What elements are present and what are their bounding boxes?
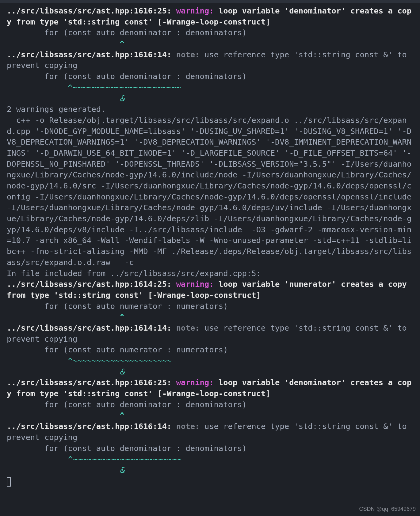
terminal-segment: &: [7, 367, 124, 376]
terminal-segment: ^: [7, 411, 124, 420]
terminal-segment: ../src/libsass/src/ast.hpp:1616:25:: [7, 6, 176, 15]
terminal-line: 2 warnings generated.: [7, 104, 414, 115]
terminal-segment: 2 warnings generated.: [7, 104, 105, 114]
terminal-line: ../src/libsass/src/ast.hpp:1614:14: note…: [7, 323, 414, 344]
terminal-line: for (const auto numerator : numerators): [7, 344, 414, 355]
terminal-line: ^: [7, 312, 414, 323]
terminal-segment: &: [7, 465, 124, 475]
terminal-segment: In file included from ../src/libsass/src…: [7, 269, 261, 278]
terminal-line: ../src/libsass/src/ast.hpp:1616:14: note…: [7, 421, 414, 443]
terminal-line: for (const auto numerator : numerators): [7, 301, 414, 312]
terminal-line: ../src/libsass/src/ast.hpp:1616:25: warn…: [7, 6, 414, 27]
terminal-segment: ../src/libsass/src/ast.hpp:1614:14:: [7, 323, 176, 332]
terminal-segment: for (const auto denominator : denominato…: [7, 72, 247, 81]
terminal-segment: for (const auto numerator : numerators): [7, 302, 228, 311]
terminal-segment: ^: [7, 312, 124, 321]
watermark-text: CSDN @qq_65949679: [359, 505, 416, 513]
terminal-segment: ^~~~~~~~~~~~~~~~~~~~~~~~: [7, 83, 181, 92]
terminal-line: ^~~~~~~~~~~~~~~~~~~~~~: [7, 355, 414, 366]
terminal-segment: for (const auto numerator : numerators): [7, 345, 228, 354]
terminal-segment: for (const auto denominator : denominato…: [7, 444, 247, 453]
terminal-segment: ^: [7, 39, 124, 48]
terminal-segment: note:: [176, 422, 204, 431]
terminal-output[interactable]: ../src/libsass/src/ast.hpp:1616:25: warn…: [0, 0, 420, 516]
terminal-line: ../src/libsass/src/ast.hpp:1614:25: warn…: [7, 279, 414, 301]
terminal-line: for (const auto denominator : denominato…: [7, 71, 414, 82]
terminal-segment: warning:: [176, 6, 219, 15]
terminal-segment: ../src/libsass/src/ast.hpp:1616:14:: [7, 50, 176, 59]
terminal-line: ^~~~~~~~~~~~~~~~~~~~~~~~: [7, 82, 414, 93]
terminal-segment: ^~~~~~~~~~~~~~~~~~~~~~: [7, 356, 171, 365]
terminal-cursor: [7, 477, 11, 487]
terminal-line: &: [7, 465, 414, 476]
terminal-line: for (const auto denominator : denominato…: [7, 399, 414, 410]
terminal-line: c++ -o Release/obj.target/libsass/src/li…: [7, 115, 414, 268]
terminal-segment: note:: [176, 50, 204, 59]
terminal-segment: for (const auto denominator : denominato…: [7, 400, 247, 409]
terminal-line: for (const auto denominator : denominato…: [7, 27, 414, 38]
terminal-segment: ../src/libsass/src/ast.hpp:1614:25:: [7, 279, 176, 289]
terminal-line: for (const auto denominator : denominato…: [7, 443, 414, 454]
terminal-segment: warning:: [176, 378, 219, 387]
terminal-segment: ../src/libsass/src/ast.hpp:1616:14:: [7, 422, 176, 431]
terminal-segment: ^~~~~~~~~~~~~~~~~~~~~~~~: [7, 454, 181, 464]
terminal-line: In file included from ../src/libsass/src…: [7, 268, 414, 279]
terminal-line: ^: [7, 38, 414, 49]
terminal-line: ../src/libsass/src/ast.hpp:1616:25: warn…: [7, 377, 414, 399]
terminal-segment: warning:: [176, 279, 219, 289]
terminal-segment: note:: [176, 323, 204, 332]
terminal-line: &: [7, 93, 414, 104]
terminal-line: ^: [7, 410, 414, 421]
terminal-segment: &: [7, 94, 124, 103]
terminal-line: ^~~~~~~~~~~~~~~~~~~~~~~~: [7, 454, 414, 465]
terminal-line: &: [7, 366, 414, 378]
terminal-segment: for (const auto denominator : denominato…: [7, 28, 247, 37]
terminal-segment: ../src/libsass/src/ast.hpp:1616:25:: [7, 378, 176, 387]
terminal-line: ../src/libsass/src/ast.hpp:1616:14: note…: [7, 49, 414, 71]
terminal-segment: c++ -o Release/obj.target/libsass/src/li…: [7, 116, 416, 267]
